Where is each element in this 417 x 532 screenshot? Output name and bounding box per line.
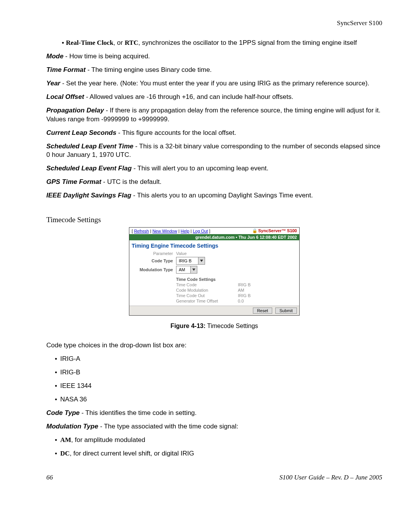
label-modulation-type: Modulation Type: [132, 267, 176, 272]
def-current-leap-seconds: Current Leap Seconds - This figure accou…: [46, 129, 382, 138]
def-mode: Mode - How time is being acquired.: [46, 52, 382, 61]
figure-status-bar: grendel.datum.com • Thu Jun 6 12:08:40 E…: [129, 234, 299, 240]
def-year: Year - Set the year here. (Note: You mus…: [46, 79, 382, 88]
submit-button[interactable]: Submit: [275, 308, 297, 314]
bullet-irig-a: •IRIG-A: [46, 355, 382, 364]
def-local-offset: Local Offset - Allowed values are -16 th…: [46, 93, 382, 102]
figure-top-links: [ Refresh | New Window | Help | Log Out …: [132, 229, 210, 233]
rtc-abbr: RTC: [125, 39, 138, 46]
page-header-right: SyncServer S100: [46, 19, 382, 27]
page-footer: 66 S100 User Guide – Rev. D – June 2005: [46, 474, 382, 481]
def-scheduled-leap-event-time: Scheduled Leap Event Time - This is a 32…: [46, 142, 382, 160]
row-time-code-label: Time Code: [176, 282, 238, 287]
row-generator-time-offset-label: Generator Time Offset: [176, 299, 238, 303]
dropdown-code-type[interactable]: IRIG B: [176, 257, 205, 265]
bullet-dc: •DC, for direct current level shift, or …: [46, 449, 382, 458]
figure-caption: Figure 4-13: Timecode Settings: [46, 323, 382, 330]
link-new-window[interactable]: New Window: [153, 229, 177, 233]
chevron-down-icon: [198, 257, 205, 264]
col-header-value: Value: [176, 251, 297, 256]
figure-panel-title: Timing Engine Timecode Settings: [129, 240, 299, 250]
def-code-type: Code Type - This identifies the time cod…: [46, 409, 382, 418]
page-number: 66: [46, 474, 53, 481]
label-time-code-settings: Time Code Settings: [176, 277, 297, 282]
row-code-modulation-value: AM: [238, 288, 297, 292]
link-refresh[interactable]: Refresh: [134, 229, 149, 233]
svg-marker-0: [200, 260, 203, 262]
para-code-type-choices: Code type choices in the drop-down list …: [46, 341, 382, 350]
def-scheduled-leap-event-flag: Scheduled Leap Event Flag - This will al…: [46, 164, 382, 173]
bullet-irig-b: •IRIG-B: [46, 368, 382, 377]
chevron-down-icon: [190, 266, 197, 273]
def-time-format: Time Format - The timing engine uses Bin…: [46, 66, 382, 75]
def-gps-time-format: GPS Time Format - UTC is the default.: [46, 178, 382, 187]
lock-icon: 🔒: [252, 228, 258, 233]
bullet-rtc: • Real-Time Clock, or RTC, synchronizes …: [46, 39, 382, 48]
link-logout[interactable]: Log Out: [193, 229, 208, 233]
def-ieee-daylight-savings-flag: IEEE Daylight Savings Flag - This alerts…: [46, 191, 382, 200]
row-code-modulation-label: Code Modulation: [176, 288, 238, 292]
link-help[interactable]: Help: [181, 229, 190, 233]
reset-button[interactable]: Reset: [253, 308, 273, 314]
section-head-timecode-settings: Timecode Settings: [46, 216, 382, 224]
row-time-code-out-label: Time Code Out: [176, 293, 238, 298]
row-generator-time-offset-value: 0.0: [238, 299, 297, 303]
svg-marker-1: [192, 269, 195, 271]
def-modulation-type: Modulation Type - The type associated wi…: [46, 422, 382, 431]
figure-brand: 🔒SyncServer™ S100: [252, 228, 297, 233]
def-propagation-delay: Propagation Delay - If there is any prop…: [46, 106, 382, 124]
footer-doc-title: S100 User Guide – Rev. D – June 2005: [280, 474, 382, 481]
dropdown-modulation-type[interactable]: AM: [176, 266, 197, 274]
figure-timecode-settings: [ Refresh | New Window | Help | Log Out …: [129, 227, 300, 316]
bullet-nasa-36: •NASA 36: [46, 395, 382, 404]
row-time-code-value: IRIG B: [238, 282, 297, 287]
rtc-term: Real-Time Clock: [66, 39, 114, 46]
bullet-ieee-1344: •IEEE 1344: [46, 382, 382, 391]
bullet-am: •AM, for amplitude modulated: [46, 436, 382, 445]
row-time-code-out-value: IRIG B: [238, 293, 297, 298]
label-code-type: Code Type: [132, 258, 176, 263]
col-header-parameter: Parameter: [132, 251, 176, 256]
